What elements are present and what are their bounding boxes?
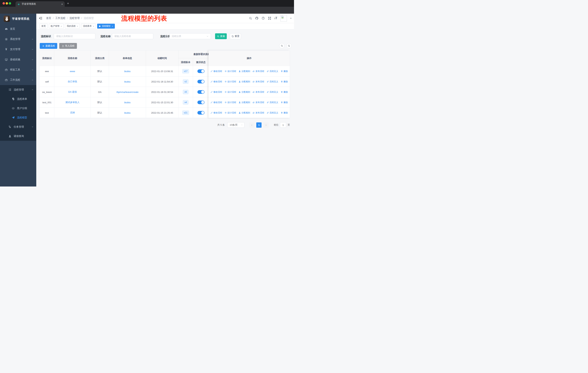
process-id-input[interactable]: 请输入流程标识	[54, 33, 95, 39]
process-name-input[interactable]: 请输入流程名称	[112, 33, 153, 39]
sidebar-item-user-group[interactable]: 用户分组	[0, 104, 36, 113]
sidebar-collapse-icon[interactable]	[39, 16, 42, 20]
assign-rule-link[interactable]: 分配规则	[239, 70, 250, 73]
refresh-table-button[interactable]	[286, 43, 292, 49]
form-info-link[interactable]: biubiu	[124, 101, 131, 104]
version-badge[interactable]: v2	[183, 80, 189, 84]
delete-process-link[interactable]: 删除	[281, 91, 288, 94]
publish-process-link[interactable]: 发布流程	[253, 111, 264, 114]
edit-process-link[interactable]: 修改流程	[210, 101, 222, 104]
assign-rule-link[interactable]: 分配规则	[239, 80, 250, 83]
user-avatar[interactable]	[280, 15, 287, 21]
edit-process-link[interactable]: 修改流程	[210, 111, 222, 114]
tag-process-form[interactable]: 流程表单×	[81, 24, 96, 29]
active-toggle[interactable]	[197, 80, 205, 83]
search-icon[interactable]	[249, 17, 252, 20]
version-badge[interactable]: v21	[182, 111, 189, 115]
sidebar-item-workflow[interactable]: 工作流程	[0, 75, 36, 85]
design-process-link[interactable]: 设计流程	[225, 91, 236, 94]
current-page-button[interactable]: 1	[256, 122, 262, 128]
reset-button[interactable]: 重置	[230, 33, 241, 39]
tag-close-icon[interactable]: ×	[61, 25, 62, 27]
create-process-button[interactable]: 新建流程	[40, 43, 57, 49]
process-name-link[interactable]: OA 请假	[68, 90, 77, 94]
sidebar-item-system[interactable]: 系统管理	[0, 34, 36, 44]
breadcrumb-item[interactable]: 流程管理	[69, 17, 80, 20]
sidebar-item-process-model[interactable]: 流程模型	[0, 113, 36, 122]
window-zoom-button[interactable]	[9, 2, 11, 5]
sidebar-item-process-manage[interactable]: 流程管理	[0, 85, 36, 94]
active-toggle[interactable]	[197, 69, 205, 73]
page-size-select[interactable]: 10条/页	[227, 122, 244, 128]
delete-process-link[interactable]: 删除	[281, 101, 288, 104]
sidebar-item-devtools[interactable]: 研发工具	[0, 65, 36, 75]
browser-tab[interactable]: 芋道管理系统 ×	[15, 1, 65, 7]
search-button[interactable]: 搜索	[215, 33, 227, 39]
design-process-link[interactable]: 设计流程	[225, 70, 236, 73]
process-definition-link[interactable]: 流程定义	[267, 80, 278, 83]
process-name-link[interactable]: 测试多审批人	[65, 101, 80, 104]
tag-close-icon[interactable]: ×	[112, 25, 113, 27]
delete-process-link[interactable]: 删除	[281, 80, 288, 83]
edit-process-link[interactable]: 修改流程	[210, 80, 222, 83]
next-page-button[interactable]: ›	[263, 122, 269, 128]
category-select[interactable]: 流程分类	[169, 33, 211, 39]
form-info-link[interactable]: biubiu	[124, 111, 131, 114]
prev-page-button[interactable]: ‹	[249, 122, 254, 128]
form-info-link[interactable]: biubiu	[124, 80, 131, 83]
process-name-link[interactable]: eeee	[70, 70, 75, 73]
tag-close-icon[interactable]: ×	[93, 25, 94, 27]
active-toggle[interactable]	[197, 111, 205, 115]
new-tab-button[interactable]: +	[67, 2, 69, 5]
process-name-link[interactable]: 自己审批	[68, 80, 77, 83]
window-close-button[interactable]	[2, 2, 5, 5]
edit-process-link[interactable]: 修改流程	[210, 70, 222, 73]
import-process-button[interactable]: 导入流程	[59, 43, 77, 49]
assign-rule-link[interactable]: 分配规则	[239, 111, 250, 114]
design-process-link[interactable]: 设计流程	[225, 111, 236, 114]
publish-process-link[interactable]: 发布流程	[253, 101, 264, 104]
toggle-search-button[interactable]	[279, 43, 284, 49]
sidebar-item-leave-query[interactable]: 请假查询	[0, 131, 36, 141]
form-info-link[interactable]: biubiu	[124, 70, 131, 73]
github-icon[interactable]	[255, 17, 258, 20]
publish-process-link[interactable]: 发布流程	[253, 91, 264, 94]
help-icon[interactable]	[262, 17, 265, 20]
edit-process-link[interactable]: 修改流程	[210, 91, 222, 94]
active-toggle[interactable]	[197, 90, 205, 94]
active-toggle[interactable]	[197, 101, 205, 104]
font-size-icon[interactable]: TT	[274, 17, 277, 20]
tag-close-icon[interactable]: ×	[77, 25, 78, 27]
tag-my-process[interactable]: 我的流程×	[65, 24, 80, 29]
process-definition-link[interactable]: 流程定义	[267, 91, 278, 94]
delete-process-link[interactable]: 删除	[281, 70, 288, 73]
version-badge[interactable]: v4	[183, 100, 189, 105]
publish-process-link[interactable]: 发布流程	[253, 70, 264, 73]
process-definition-link[interactable]: 流程定义	[267, 111, 278, 114]
sidebar-item-infra[interactable]: 基础设施	[0, 54, 36, 65]
tag-home[interactable]: 首页	[40, 24, 48, 29]
design-process-link[interactable]: 设计流程	[225, 80, 236, 83]
publish-process-link[interactable]: 发布流程	[253, 80, 264, 83]
sidebar-item-home[interactable]: 首页	[0, 24, 36, 34]
tag-process-model[interactable]: 流程模型×	[97, 24, 115, 29]
breadcrumb-item[interactable]: 工作流程	[55, 17, 65, 20]
tab-close-icon[interactable]: ×	[61, 2, 63, 6]
sidebar-item-task-manage[interactable]: 任务管理	[0, 122, 36, 131]
form-info-link[interactable]: /bpm/oa/leave/create	[116, 91, 138, 93]
sidebar-item-payment[interactable]: ¥支付管理	[0, 44, 36, 54]
process-definition-link[interactable]: 流程定义	[267, 70, 278, 73]
assign-rule-link[interactable]: 分配规则	[239, 91, 250, 94]
avatar-caret-down-icon[interactable]: ▼	[290, 17, 292, 19]
version-badge[interactable]: v5	[183, 90, 189, 94]
sidebar-item-process-form[interactable]: 流程表单	[0, 94, 36, 104]
goto-page-input[interactable]: 1	[280, 122, 286, 128]
process-definition-link[interactable]: 流程定义	[267, 101, 278, 104]
fullscreen-icon[interactable]	[268, 17, 271, 20]
window-minimize-button[interactable]	[6, 2, 8, 5]
breadcrumb-item[interactable]: 首页	[46, 17, 51, 20]
assign-rule-link[interactable]: 分配规则	[239, 101, 250, 104]
tag-tenant[interactable]: 租户管理×	[49, 24, 64, 29]
delete-process-link[interactable]: 删除	[281, 111, 288, 114]
version-badge[interactable]: v17	[182, 69, 189, 73]
